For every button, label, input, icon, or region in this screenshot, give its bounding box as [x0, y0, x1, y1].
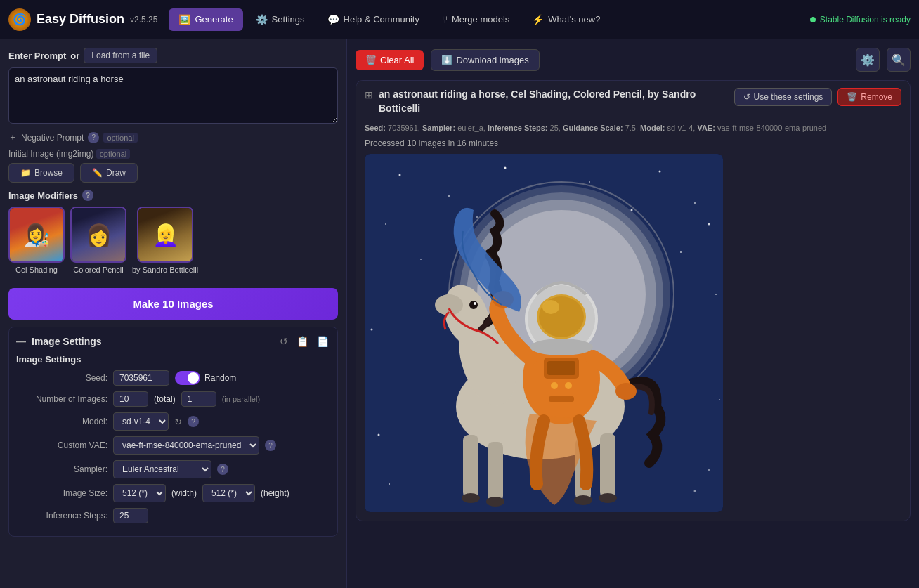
- paste-settings-button[interactable]: 📄: [315, 334, 330, 348]
- filter-button[interactable]: ⚙️: [856, 48, 880, 72]
- use-settings-button[interactable]: ↺ Use these settings: [734, 88, 833, 106]
- svg-point-4: [589, 181, 590, 183]
- sampler-select[interactable]: Euler Ancestral: [113, 460, 211, 478]
- results-toolbar: 🗑️ Clear All ⬇️ Download images ⚙️ 🔍: [356, 48, 911, 72]
- svg-point-3: [504, 166, 507, 169]
- generate-button[interactable]: Make 10 Images: [8, 288, 338, 320]
- svg-point-16: [378, 433, 380, 436]
- svg-point-46: [542, 300, 559, 314]
- modifiers-help-icon[interactable]: ?: [82, 190, 93, 201]
- community-icon: 💬: [327, 14, 339, 25]
- collapse-icon[interactable]: —: [16, 336, 26, 347]
- svg-point-38: [474, 302, 476, 305]
- sampler-help-icon[interactable]: ?: [217, 464, 228, 475]
- image-size-label: Image Size:: [16, 488, 107, 498]
- search-button[interactable]: 🔍: [887, 48, 911, 72]
- generate-icon: 🖼️: [178, 14, 190, 25]
- prompt-textarea[interactable]: an astronaut riding a horse: [8, 67, 338, 124]
- result-meta: Seed: 7035961, Sampler: euler_a, Inferen…: [356, 122, 910, 138]
- settings-title: — Image Settings: [16, 336, 102, 347]
- model-select[interactable]: sd-v1-4: [113, 412, 169, 431]
- modifiers-label: Image Modifiers ?: [8, 190, 338, 201]
- modifier-image-2: 👩: [72, 208, 125, 261]
- svg-rect-29: [600, 433, 615, 498]
- negative-prompt-help-icon[interactable]: ?: [88, 132, 99, 143]
- modifier-item-colored-pencil[interactable]: 👩 Colored Pencil: [70, 207, 126, 274]
- nav-settings-button[interactable]: ⚙️ Settings: [246, 8, 315, 31]
- svg-point-37: [469, 301, 478, 309]
- svg-point-7: [385, 223, 386, 225]
- model-label: Model:: [16, 417, 107, 426]
- svg-point-12: [476, 216, 478, 218]
- sampler-label: Sampler:: [16, 464, 107, 474]
- sampler-meta-value: euler_a: [457, 124, 483, 132]
- refresh-icon: ↺: [743, 92, 750, 102]
- seed-input[interactable]: [113, 370, 169, 386]
- width-select[interactable]: 512 (*): [113, 484, 166, 502]
- modifier-image-3: 👱‍♀️: [138, 208, 192, 261]
- main-layout: Enter Prompt or Load from a file an astr…: [0, 39, 919, 588]
- vae-label: Custom VAE:: [16, 440, 107, 450]
- negative-prompt-optional: optional: [103, 133, 138, 143]
- browse-button[interactable]: 📁 Browse: [8, 163, 74, 183]
- vae-meta-value: vae-ft-mse-840000-ema-pruned: [717, 124, 826, 132]
- nav-whats-new-button[interactable]: ⚡ What's new?: [522, 8, 610, 31]
- modifier-image-1: 👩‍🎨: [10, 208, 63, 261]
- modifier-thumb-3: 👱‍♀️: [137, 207, 193, 263]
- svg-point-14: [371, 328, 373, 330]
- random-label: Random: [204, 373, 236, 383]
- img2img-section: Initial Image (img2img) optional 📁 Brows…: [8, 149, 338, 183]
- settings-icons: ↺ 📋 📄: [278, 334, 330, 348]
- svg-point-2: [448, 195, 450, 197]
- svg-rect-26: [463, 435, 478, 498]
- steps-meta-value: 25: [550, 124, 559, 132]
- negative-prompt-toggle[interactable]: ＋ Negative Prompt ? optional: [8, 131, 338, 143]
- or-text: or: [70, 51, 79, 61]
- modifier-label-3: by Sandro Botticelli: [132, 266, 198, 274]
- seed-label: Seed:: [16, 373, 107, 383]
- logo-area: 🌀 Easy Diffusion v2.5.25: [8, 8, 157, 31]
- modifier-item-botticelli[interactable]: 👱‍♀️ by Sandro Botticelli: [132, 207, 198, 274]
- load-from-file-button[interactable]: Load from a file: [84, 48, 157, 63]
- copy-settings-button[interactable]: 📋: [295, 334, 310, 348]
- img2img-optional: optional: [96, 149, 131, 159]
- prompt-section-header: Enter Prompt or Load from a file: [8, 48, 338, 63]
- model-meta-label: Model:: [640, 124, 665, 132]
- modifier-thumb-2: 👩: [70, 207, 126, 263]
- clear-all-button[interactable]: 🗑️ Clear All: [356, 50, 424, 70]
- nav-merge-button[interactable]: ⑂ Merge models: [432, 8, 519, 31]
- svg-point-32: [574, 495, 592, 505]
- pencil-icon: ✏️: [92, 168, 103, 178]
- height-select[interactable]: 512 (*): [202, 484, 255, 502]
- total-label: (total): [154, 394, 176, 404]
- nav-community-button[interactable]: 💬 Help & Community: [318, 8, 429, 31]
- reset-settings-button[interactable]: ↺: [278, 334, 289, 348]
- height-label: (height): [261, 488, 289, 498]
- image-settings-section: — Image Settings ↺ 📋 📄 Image Settings Se…: [8, 327, 338, 537]
- model-help-icon[interactable]: ?: [188, 416, 199, 427]
- parallel-input[interactable]: [181, 391, 216, 407]
- download-images-button[interactable]: ⬇️ Download images: [431, 49, 539, 71]
- random-toggle[interactable]: [175, 371, 200, 385]
- model-refresh-icon[interactable]: ↻: [174, 417, 182, 427]
- remove-button[interactable]: 🗑️ Remove: [837, 88, 901, 106]
- modifier-label-1: Cel Shading: [15, 266, 58, 274]
- toggle-knob: [188, 372, 199, 384]
- app-logo-icon: 🌀: [8, 8, 31, 31]
- nav-generate-button[interactable]: 🖼️ Generate: [169, 8, 242, 31]
- result-title-area: ⊞ an astronaut riding a horse, Cel Shadi…: [365, 88, 729, 115]
- inference-steps-input[interactable]: [113, 508, 148, 523]
- result-card: ⊞ an astronaut riding a horse, Cel Shadi…: [356, 80, 911, 521]
- trash-icon: 🗑️: [365, 55, 377, 65]
- draw-button[interactable]: ✏️ Draw: [80, 163, 138, 183]
- svg-point-9: [420, 259, 422, 260]
- svg-point-15: [719, 399, 720, 400]
- settings-icon: ⚙️: [256, 14, 268, 25]
- settings-header: — Image Settings ↺ 📋 📄: [16, 334, 330, 348]
- modifier-item-cel-shading[interactable]: 👩‍🎨 Cel Shading: [8, 207, 65, 274]
- vae-select[interactable]: vae-ft-mse-840000-ema-pruned: [113, 436, 259, 455]
- vae-help-icon[interactable]: ?: [265, 440, 276, 451]
- num-images-input[interactable]: [113, 391, 148, 407]
- svg-point-48: [615, 383, 637, 400]
- seed-row: Seed: Random: [16, 370, 330, 386]
